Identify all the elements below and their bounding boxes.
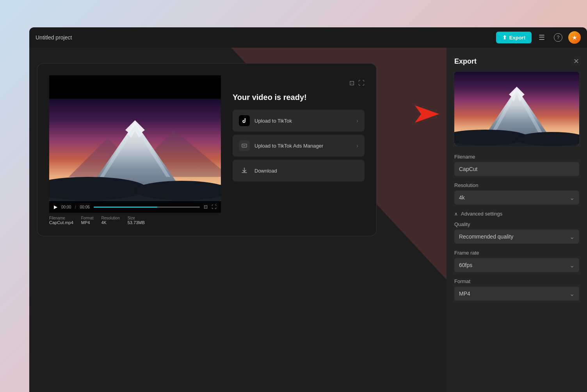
format-select-wrapper: MP4 MOV AVI xyxy=(454,287,579,301)
download-label: Download xyxy=(254,168,277,174)
menu-button[interactable]: ☰ xyxy=(535,31,548,44)
meta-resolution: Resolution 4K xyxy=(101,216,119,225)
menu-icon: ☰ xyxy=(539,33,545,42)
tiktok-upload-button[interactable]: Upload to TikTok › xyxy=(233,110,365,132)
format-group: Format MP4 MOV AVI xyxy=(454,278,579,301)
main-area: ▶ 00:00 / 00:06 ⊡ ⛶ Filename CapCut.mp4 xyxy=(29,48,587,392)
help-icon: ? xyxy=(554,33,562,42)
avatar-button[interactable]: ★ xyxy=(568,31,581,44)
dialog-right: ⊡ ⛶ Your video is ready! Upload to TikTo… xyxy=(233,75,365,228)
video-controls-bar: ▶ 00:00 / 00:06 ⊡ ⛶ xyxy=(49,201,221,213)
mountain-svg xyxy=(49,99,221,201)
dialog-fullscreen-icon[interactable]: ⛶ xyxy=(358,79,365,87)
export-upload-icon: ⬆ xyxy=(502,34,507,41)
avatar: ★ xyxy=(572,35,577,41)
tiktok-ads-label: Upload to TikTok Ads Manager xyxy=(254,143,323,149)
download-button[interactable]: Download xyxy=(233,160,365,182)
video-ready-dialog: ▶ 00:00 / 00:06 ⊡ ⛶ Filename CapCut.mp4 xyxy=(37,63,377,236)
progress-fill xyxy=(94,207,157,208)
quality-group: Quality Recommended quality Better quali… xyxy=(454,221,579,244)
top-bar: Untitled project ⬆ Export ☰ ? ★ xyxy=(29,27,587,48)
play-icon[interactable]: ▶ xyxy=(54,204,57,210)
export-panel: Export ✕ xyxy=(446,48,587,392)
resolution-select-wrapper: 720p 1080p 2k 4k xyxy=(454,191,579,205)
tiktok-chevron: › xyxy=(356,118,358,124)
tiktok-ads-upload-button[interactable]: Upload to TikTok Ads Manager › xyxy=(233,135,365,157)
video-thumbnail xyxy=(49,99,221,201)
progress-bar[interactable] xyxy=(94,207,200,208)
dialog-menu-icon[interactable]: ⊡ xyxy=(349,79,354,87)
resolution-group: Resolution 720p 1080p 2k 4k xyxy=(454,182,579,205)
quality-label: Quality xyxy=(454,221,579,227)
tiktok-label: Upload to TikTok xyxy=(254,118,292,124)
subtitle-icon[interactable]: ⊡ xyxy=(204,204,208,210)
meta-filename: Filename CapCut.mp4 xyxy=(49,216,73,225)
tiktok-ads-icon xyxy=(239,140,250,151)
format-label: Format xyxy=(454,278,579,284)
dialog-icons: ⊡ ⛶ xyxy=(233,79,365,87)
resolution-label: Resolution xyxy=(454,182,579,188)
quality-select-wrapper: Recommended quality Better quality Best … xyxy=(454,230,579,244)
export-form: Filename Resolution 720p 1080p 2k 4k ∧ xyxy=(446,146,587,315)
filename-input[interactable] xyxy=(454,162,579,176)
time-total: 00:06 xyxy=(80,205,90,209)
meta-format: Format MP4 xyxy=(81,216,94,225)
fullscreen-icon[interactable]: ⛶ xyxy=(212,204,216,210)
resolution-select[interactable]: 720p 1080p 2k 4k xyxy=(454,191,579,205)
framerate-select-wrapper: 24fps 30fps 60fps xyxy=(454,258,579,272)
advanced-settings-toggle[interactable]: ∧ Advanced settings xyxy=(454,211,579,221)
action-list: Upload to TikTok › Uploa xyxy=(233,110,365,182)
top-bar-actions: ⬆ Export ☰ ? ★ xyxy=(496,31,581,44)
filename-group: Filename xyxy=(454,154,579,176)
advanced-settings-label: Advanced settings xyxy=(461,211,502,217)
export-panel-header: Export ✕ xyxy=(446,48,587,72)
framerate-label: Frame rate xyxy=(454,250,579,256)
quality-select[interactable]: Recommended quality Better quality Best … xyxy=(454,230,579,244)
video-meta: Filename CapCut.mp4 Format MP4 Resolutio… xyxy=(49,213,221,228)
tiktok-icon xyxy=(239,115,250,126)
filename-label: Filename xyxy=(454,154,579,160)
export-button[interactable]: ⬆ Export xyxy=(496,32,532,43)
advanced-chevron-icon: ∧ xyxy=(454,211,458,217)
framerate-select[interactable]: 24fps 30fps 60fps xyxy=(454,258,579,272)
download-icon-box xyxy=(239,165,250,176)
export-preview-image xyxy=(454,72,579,146)
advanced-settings-section: ∧ Advanced settings Quality Recommended … xyxy=(454,211,579,301)
time-current: 00:00 xyxy=(61,205,71,209)
preview-section: ▶ 00:00 / 00:06 ⊡ ⛶ Filename CapCut.mp4 xyxy=(37,64,376,228)
format-select[interactable]: MP4 MOV AVI xyxy=(454,287,579,301)
framerate-group: Frame rate 24fps 30fps 60fps xyxy=(454,250,579,272)
close-export-button[interactable]: ✕ xyxy=(573,57,579,66)
video-ready-title: Your video is ready! xyxy=(233,93,365,102)
meta-size: Size 53.73MB xyxy=(128,216,145,225)
video-preview: ▶ 00:00 / 00:06 ⊡ ⛶ Filename CapCut.mp4 xyxy=(49,75,221,228)
tiktok-ads-chevron: › xyxy=(356,143,358,149)
export-panel-title: Export xyxy=(454,57,477,66)
project-title: Untitled project xyxy=(36,34,72,41)
help-button[interactable]: ? xyxy=(552,31,564,44)
export-mountain-svg xyxy=(454,72,579,146)
